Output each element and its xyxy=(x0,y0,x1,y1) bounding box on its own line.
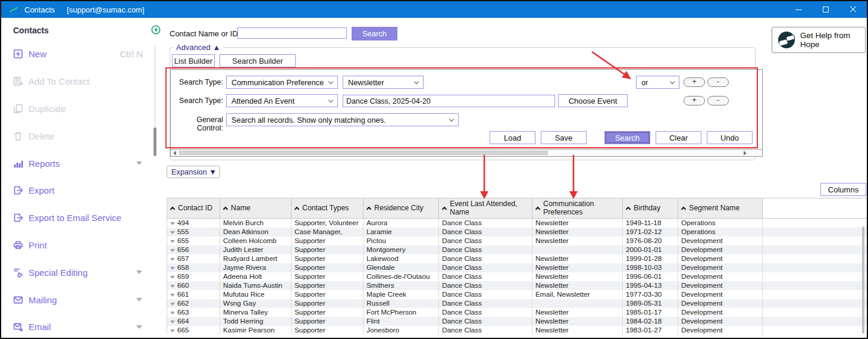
sidebar-item-label: Special Editing xyxy=(29,268,87,278)
table-row[interactable]: 555Dean AtkinsonCase Manager,LaramieDanc… xyxy=(167,228,867,237)
tab-search-builder[interactable]: Search Builder xyxy=(220,54,296,67)
row-expander-icon[interactable] xyxy=(170,312,175,315)
search-type-select-1[interactable]: Communication Preference xyxy=(226,76,338,89)
main-vertical-scrollbar[interactable] xyxy=(155,45,155,127)
search-button[interactable]: Search xyxy=(604,131,650,144)
close-button[interactable] xyxy=(839,1,867,18)
cell-contact-types: Supporter xyxy=(292,254,364,263)
table-row[interactable]: 663Minerva TalleySupporterFort McPherson… xyxy=(167,308,867,317)
joiner-select[interactable]: or xyxy=(636,76,679,89)
sidebar-item-reports[interactable]: Reports xyxy=(1,150,152,177)
cell-event-last-attended-name: Dance Class xyxy=(439,272,532,281)
sidebar-item-mailing[interactable]: Mailing xyxy=(1,286,152,313)
row-expander-icon[interactable] xyxy=(170,222,175,225)
table-row[interactable]: 494Melvin BurchSupporter, VolunteerAuror… xyxy=(167,219,867,228)
row-expander-icon[interactable] xyxy=(170,329,175,332)
sidebar-item-new[interactable]: NewCtrl N xyxy=(1,41,152,68)
sidebar-item-delete: Delete xyxy=(1,122,152,150)
row-expander-icon[interactable] xyxy=(170,321,175,324)
remove-criterion-button-2[interactable]: - xyxy=(707,96,729,105)
get-help-button[interactable]: Get Help from Hope xyxy=(772,27,866,53)
table-row[interactable]: 659Adeena HoltSupporterCollines-de-l'Out… xyxy=(167,272,867,281)
add-criterion-button-2[interactable]: + xyxy=(684,96,705,105)
cell-contact-id: 664 xyxy=(167,317,220,326)
table-row[interactable]: 657Rudyard LambertSupporterLakewoodDance… xyxy=(167,254,867,263)
expansion-group[interactable]: Expansion ▼ xyxy=(167,166,220,178)
table-row[interactable]: 656Judith LesterSupporterMontgomeryDance… xyxy=(167,245,867,254)
communication-preference-select[interactable]: Newsletter xyxy=(343,76,424,89)
sidebar-item-label: Print xyxy=(29,240,47,250)
column-header-communication-preferences[interactable]: Communication Preferences xyxy=(532,198,623,218)
row-expander-icon[interactable] xyxy=(170,285,175,288)
cell-segment-name: Operations xyxy=(678,219,763,228)
table-row[interactable]: 662Wsng GaySupporterRussellDance Class19… xyxy=(167,299,867,308)
columns-button[interactable]: Columns xyxy=(820,183,866,196)
row-expander-icon[interactable] xyxy=(170,276,175,279)
minimize-button[interactable] xyxy=(785,1,812,18)
row-expander-icon[interactable] xyxy=(170,240,175,243)
cell-event-last-attended-name: Dance Class xyxy=(439,263,532,272)
column-header-contact-id[interactable]: Contact ID xyxy=(167,198,220,218)
clear-button[interactable]: Clear xyxy=(656,131,701,144)
column-header-event-last-attended-name[interactable]: Event Last Attended, Name xyxy=(439,198,532,218)
quick-search-button[interactable]: Search xyxy=(352,27,397,41)
cell-event-last-attended-name: Dance Class xyxy=(439,219,532,228)
sidebar-item-export-to-email-service[interactable]: Export to Email Service xyxy=(1,204,152,232)
sidebar-item-print[interactable]: Print xyxy=(1,232,152,259)
scroll-right-icon[interactable] xyxy=(744,151,747,155)
main-vertical-scrollbar-thumb[interactable] xyxy=(153,127,156,156)
row-expander-icon[interactable] xyxy=(170,231,175,234)
column-header-label: Name xyxy=(231,204,250,213)
duplicate-icon xyxy=(13,104,23,114)
row-expander-icon[interactable] xyxy=(170,267,175,270)
cell-contact-id: 656 xyxy=(167,245,220,254)
table-row[interactable]: 658Jayme RiveraSupporterGlendaleDance Cl… xyxy=(167,263,867,272)
remove-criterion-button-1[interactable]: - xyxy=(707,77,729,87)
undo-button[interactable]: Undo xyxy=(707,131,753,144)
row-expander-icon[interactable] xyxy=(170,249,175,252)
column-header-segment-name[interactable]: Segment Name xyxy=(678,198,763,218)
column-header-name[interactable]: Name xyxy=(220,198,292,218)
row-expander-icon[interactable] xyxy=(170,294,175,297)
column-header-birthday[interactable]: Birthday xyxy=(623,198,678,218)
event-value-input[interactable] xyxy=(343,95,555,107)
cell-communication-preferences: Newsletter xyxy=(532,237,623,245)
cell-birthday: 1983-01-27 xyxy=(623,326,678,335)
contact-search-input[interactable] xyxy=(237,27,347,39)
maximize-button[interactable] xyxy=(812,1,839,18)
row-expander-icon[interactable] xyxy=(170,303,175,306)
table-row[interactable]: 665Kasimir PearsonSupporterJonesboroDanc… xyxy=(167,326,867,335)
row-expander-icon[interactable] xyxy=(170,258,175,261)
table-row[interactable]: 661Mufutau RiceSupporterMaple CreekDance… xyxy=(167,290,867,299)
sidebar-item-email[interactable]: Email xyxy=(1,313,152,339)
column-header-contact-types[interactable]: Contact Types xyxy=(292,198,364,218)
scrollbar-thumb[interactable] xyxy=(179,151,548,155)
sort-ascending-icon xyxy=(366,206,371,211)
tab-list-builder[interactable]: List Builder xyxy=(172,54,215,67)
get-help-label: Get Help from Hope xyxy=(800,31,865,49)
cell-segment-name: Development xyxy=(678,326,763,335)
table-vertical-scrollbar[interactable] xyxy=(862,226,864,334)
builder-horizontal-scrollbar[interactable] xyxy=(171,149,762,156)
special-editing-icon xyxy=(13,268,23,278)
column-header-residence-city[interactable]: Residence City xyxy=(364,198,439,218)
cell-residence-city: Glendale xyxy=(364,263,439,272)
choose-event-button[interactable]: Choose Event xyxy=(558,94,628,107)
sidebar-item-special-editing[interactable]: Special Editing xyxy=(1,259,152,286)
cell-birthday: 1995-04-13 xyxy=(623,281,678,290)
sidebar-item-export[interactable]: Export xyxy=(1,177,152,204)
scroll-left-icon[interactable] xyxy=(173,151,176,155)
general-control-select[interactable]: Search all records. Show only matching o… xyxy=(226,113,459,126)
cell-empty xyxy=(763,219,867,228)
collapse-panel-icon[interactable] xyxy=(151,25,161,35)
cell-segment-name: Development xyxy=(678,245,763,254)
advanced-legend[interactable]: Advanced ▲ xyxy=(173,43,223,52)
table-row[interactable]: 664Todd HerringSupporterFlintDance Class… xyxy=(167,317,867,326)
table-row[interactable]: 660Naida Tums-AustinSupporterSmithersDan… xyxy=(167,281,867,290)
search-type-select-2[interactable]: Attended An Event xyxy=(226,94,338,107)
cell-empty xyxy=(763,263,867,272)
load-button[interactable]: Load xyxy=(490,131,535,144)
table-row[interactable]: 655Colleen HolcombSupporterPictouDance C… xyxy=(167,237,867,245)
save-button[interactable]: Save xyxy=(541,131,587,144)
add-criterion-button-1[interactable]: + xyxy=(684,77,705,87)
